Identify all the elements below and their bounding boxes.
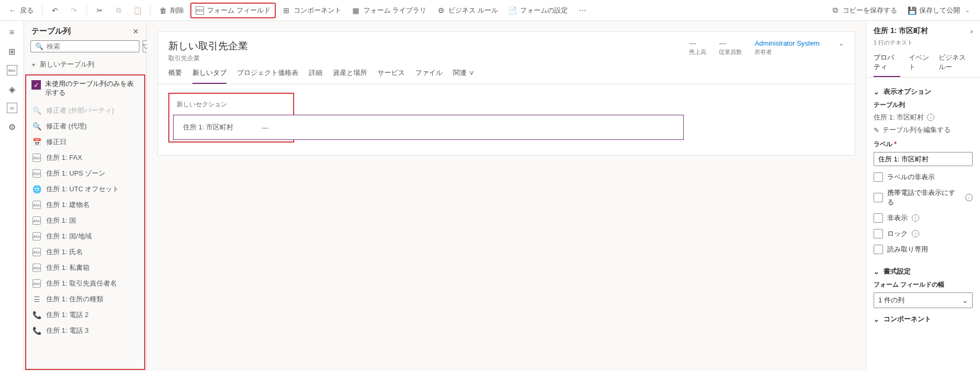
form-tab[interactable]: 資産と場所 (333, 68, 367, 84)
list-item-label: 住所 1: 建物名 (46, 200, 90, 210)
list-item[interactable]: 🔍修正者 (代理) (26, 118, 144, 134)
field-value: --- (262, 124, 268, 132)
info-icon[interactable]: i (927, 114, 934, 121)
info-icon[interactable]: i (912, 230, 919, 237)
rp-tab[interactable]: ビジネス ルー (939, 53, 973, 77)
list-item[interactable]: 📞住所 1: 電話 2 (26, 307, 144, 323)
abc-icon: Abc (33, 169, 41, 178)
search-input-wrapper[interactable]: 🔍 (30, 40, 139, 52)
list-item[interactable]: 🌐住所 1: UTC オフセット (26, 181, 144, 197)
tree-icon[interactable]: ⊞ (7, 46, 17, 57)
formatting-header[interactable]: ⌄ 書式設定 (874, 267, 973, 276)
rp-tabs: プロパティイベントビジネス ルー (866, 50, 980, 78)
list-item[interactable]: 🔍修正者 (外部パーティ) (26, 103, 144, 118)
save-publish-button[interactable]: 💾 保存して公開 ⌄ (903, 4, 976, 17)
list-item[interactable]: Abc住所 1: UPS ゾーン (26, 166, 144, 181)
layers-icon[interactable]: ◈ (7, 84, 17, 94)
abc-icon: Abc (33, 279, 41, 288)
search-input[interactable] (47, 42, 135, 50)
info-icon[interactable]: i (965, 194, 973, 201)
business-rule-label: ビジネス ルール (448, 6, 498, 15)
left-rail: ≡ ⊞ Abc ◈ Js ⚙ (0, 21, 24, 371)
paste-button[interactable]: 📋 (129, 4, 146, 17)
component-button[interactable]: ⊞ コンポーネント (278, 4, 346, 17)
checkbox-row[interactable]: 読み取り専用 (874, 245, 973, 254)
phone-icon: 📞 (33, 311, 41, 319)
copy-button[interactable]: ⧉ (110, 4, 127, 17)
delete-label: 削除 (170, 6, 184, 15)
list-item[interactable]: Abc住所 1: 私書箱 (26, 260, 144, 276)
checkbox-label: 非表示 (887, 213, 908, 223)
form-tab[interactable]: プロジェクト価格表 (237, 68, 298, 84)
selected-field[interactable]: 住所 1: 市区町村 --- (173, 115, 684, 140)
checkbox-checked-icon: ✓ (31, 80, 41, 90)
form-library-button[interactable]: ▦ フォーム ライブラリ (348, 4, 431, 17)
close-icon[interactable]: ✕ (133, 27, 139, 36)
form-tab[interactable]: ファイル (415, 68, 443, 84)
list-item[interactable]: Abc住所 1: FAX (26, 150, 144, 166)
undo-button[interactable]: ↶ (47, 4, 63, 17)
redo-icon: ↷ (70, 6, 78, 15)
more-button[interactable]: ⋯ (574, 4, 591, 17)
stat-value: --- (719, 39, 742, 47)
back-button[interactable]: ← 戻る (4, 4, 38, 17)
form-title: 新しい取引先企業 (168, 39, 689, 53)
save-copy-button[interactable]: ⧉ コピーを保存する (827, 4, 901, 17)
add-column-button[interactable]: + 新しいテーブル列 (24, 57, 146, 74)
form-tab[interactable]: サービス (378, 68, 405, 84)
list-item[interactable]: Abc住所 1: 国/地域 (26, 228, 144, 244)
cut-button[interactable]: ✂ (91, 4, 108, 17)
js-icon[interactable]: Js (7, 103, 17, 113)
checkbox-row[interactable]: ロックi (874, 229, 973, 238)
list-item[interactable]: Abc住所 1: 国 (26, 213, 144, 228)
checkbox-row[interactable]: 非表示i (874, 213, 973, 223)
list-item-label: 住所 1: 電話 3 (46, 326, 89, 335)
table-column-heading: テーブル列 (874, 101, 973, 110)
list-item[interactable]: Abc住所 1: 建物名 (26, 197, 144, 213)
form-tab[interactable]: 新しいタブ (192, 68, 227, 84)
flow-icon[interactable]: ⚙ (7, 122, 17, 132)
more-icon: ⋯ (578, 6, 587, 15)
field-rail-icon[interactable]: Abc (7, 65, 17, 75)
display-options-header[interactable]: ⌄ 表示オプション (874, 87, 973, 96)
globe-icon: 🌐 (33, 185, 41, 193)
stat-employees: --- 従業員数 (719, 39, 742, 56)
form-tab[interactable]: 詳細 (309, 68, 322, 84)
form-field-button[interactable]: Abc フォーム フィールド (190, 3, 276, 18)
top-toolbar: ← 戻る ↶ ↷ ✂ ⧉ 📋 🗑 削除 Abc フォーム フィールド ⊞ コンポ… (0, 0, 980, 21)
show-unused-toggle[interactable]: ✓ 未使用のテーブル列のみを表示する (26, 75, 144, 103)
hamburger-icon[interactable]: ≡ (7, 27, 17, 38)
rp-tab[interactable]: プロパティ (874, 53, 900, 77)
library-icon: ▦ (352, 6, 360, 15)
chevron-down-icon: ⌄ (962, 297, 968, 304)
edit-column-link[interactable]: ✎ テーブル列を編集する (874, 125, 973, 135)
list-item[interactable]: 📞住所 1: 電話 3 (26, 323, 144, 339)
checkbox-row[interactable]: 携帯電話で非表示にするi (874, 188, 973, 207)
rp-tab[interactable]: イベント (909, 53, 930, 77)
component-label: コンポーネント (294, 6, 341, 15)
form-settings-button[interactable]: 📄 フォームの設定 (504, 4, 572, 17)
redo-button[interactable]: ↷ (66, 4, 82, 17)
list-item-label: 住所 1: 取引先責任者名 (46, 279, 117, 288)
form-tab[interactable]: 関連 ∨ (453, 68, 475, 84)
table-column-value: 住所 1: 市区町村 i (874, 113, 973, 122)
form-library-label: フォーム ライブラリ (363, 6, 427, 15)
chevron-right-icon[interactable]: › (971, 27, 973, 35)
label-input[interactable] (874, 152, 973, 166)
business-rule-button[interactable]: ⚙ ビジネス ルール (433, 4, 502, 17)
field-width-select[interactable]: 1 件の列 ⌄ (874, 292, 973, 308)
chevron-down-icon[interactable]: ⌄ (838, 39, 844, 47)
list-item[interactable]: ☰住所 1: 住所の種類 (26, 291, 144, 307)
list-item[interactable]: 📅修正日 (26, 134, 144, 150)
list-item[interactable]: Abc住所 1: 取引先責任者名 (26, 276, 144, 291)
checkbox-row[interactable]: ラベルの非表示 (874, 172, 973, 182)
owner-label: 所有者 (755, 48, 820, 56)
list-item[interactable]: Abc住所 1: 氏名 (26, 244, 144, 260)
delete-button[interactable]: 🗑 削除 (155, 4, 188, 17)
columns-list[interactable]: 🔍修正者 (外部パーティ)🔍修正者 (代理)📅修正日Abc住所 1: FAXAb… (26, 103, 144, 369)
list-item-label: 修正日 (46, 137, 67, 147)
components-header[interactable]: ⌄ コンポーネント (874, 314, 973, 324)
add-column-label: 新しいテーブル列 (40, 60, 94, 69)
form-tab[interactable]: 概要 (168, 68, 182, 84)
info-icon[interactable]: i (912, 214, 919, 222)
